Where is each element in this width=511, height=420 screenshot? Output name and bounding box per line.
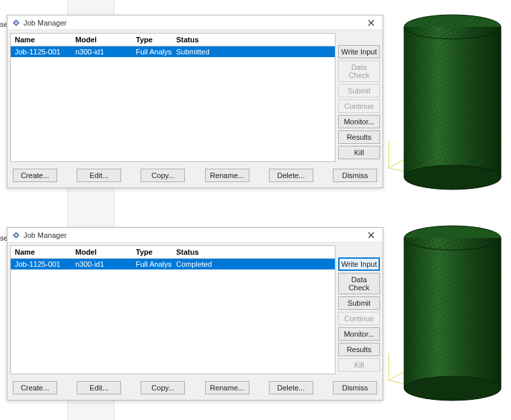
submit-button[interactable]: Submit <box>338 296 380 310</box>
dismiss-button[interactable]: Dismiss <box>333 381 377 394</box>
continue-button: Continue <box>338 312 380 325</box>
job-table[interactable]: Name Model Type Status Job-1125-001 n300… <box>10 33 336 162</box>
write-input-button[interactable]: Write Input <box>338 257 380 271</box>
bottom-button-bar: Create... Edit... Copy... Rename... Dele… <box>7 377 383 400</box>
window-title: Job Manager <box>24 231 67 239</box>
edit-button[interactable]: Edit... <box>77 169 121 182</box>
col-header-status[interactable]: Status <box>172 246 335 258</box>
copy-button[interactable]: Copy... <box>141 169 185 182</box>
job-manager-dialog-1: Job Manager Name Model Type Status Job-1… <box>7 15 383 188</box>
kill-button[interactable]: Kill <box>338 146 380 159</box>
cell-type: Full Analysis <box>132 259 172 269</box>
cell-status: Submitted <box>172 46 335 57</box>
dialog-body: Name Model Type Status Job-1125-001 n300… <box>7 243 383 377</box>
app-icon <box>11 18 21 28</box>
cell-model: n300-id1 <box>71 259 132 269</box>
bottom-button-bar: Create... Edit... Copy... Rename... Dele… <box>7 165 383 187</box>
continue-button: Continue <box>338 99 380 113</box>
data-check-button[interactable]: Data Check <box>338 273 380 294</box>
col-header-name[interactable]: Name <box>11 34 71 46</box>
cell-name: Job-1125-001 <box>11 259 71 269</box>
cell-name: Job-1125-001 <box>11 46 71 57</box>
close-button[interactable] <box>362 17 380 29</box>
monitor-button[interactable]: Monitor... <box>338 115 380 128</box>
cell-type: Full Analysis <box>132 46 172 57</box>
rename-button[interactable]: Rename... <box>205 381 249 394</box>
create-button[interactable]: Create... <box>13 169 57 182</box>
data-check-button: Data Check <box>338 60 380 82</box>
edit-button[interactable]: Edit... <box>77 381 121 394</box>
close-button[interactable] <box>362 229 380 241</box>
rename-button[interactable]: Rename... <box>205 169 249 182</box>
col-header-type[interactable]: Type <box>132 34 172 46</box>
col-header-type[interactable]: Type <box>132 246 172 258</box>
delete-button[interactable]: Delete... <box>269 381 313 394</box>
meshed-cylinder-2 <box>401 223 505 405</box>
create-button[interactable]: Create... <box>13 381 57 394</box>
results-button[interactable]: Results <box>338 343 380 356</box>
titlebar[interactable]: Job Manager <box>7 15 383 30</box>
table-header: Name Model Type Status <box>11 246 335 259</box>
col-header-model[interactable]: Model <box>71 246 132 258</box>
write-input-button[interactable]: Write Input <box>338 45 380 58</box>
monitor-button[interactable]: Monitor... <box>338 327 380 341</box>
meshed-cylinder-1 <box>401 12 505 194</box>
submit-button: Submit <box>338 84 380 97</box>
copy-button[interactable]: Copy... <box>141 381 185 394</box>
delete-button[interactable]: Delete... <box>269 169 313 182</box>
cell-model: n300-id1 <box>71 46 132 57</box>
svg-rect-5 <box>404 27 501 177</box>
window-title: Job Manager <box>24 19 67 27</box>
col-header-status[interactable]: Status <box>172 34 335 46</box>
job-manager-dialog-2: Job Manager Name Model Type Status Job-1… <box>7 227 383 401</box>
table-row[interactable]: Job-1125-001 n300-id1 Full Analysis Comp… <box>11 259 335 269</box>
cell-status: Completed <box>172 259 335 269</box>
side-button-panel: Write Input Data Check Submit Continue M… <box>338 245 380 374</box>
kill-button: Kill <box>338 358 380 372</box>
app-icon <box>11 230 21 240</box>
svg-rect-15 <box>404 238 501 388</box>
side-button-panel: Write Input Data Check Submit Continue M… <box>338 33 380 162</box>
results-button[interactable]: Results <box>338 130 380 144</box>
table-row[interactable]: Job-1125-001 n300-id1 Full Analysis Subm… <box>11 46 335 57</box>
table-header: Name Model Type Status <box>11 34 335 46</box>
job-table[interactable]: Name Model Type Status Job-1125-001 n300… <box>10 245 336 374</box>
dismiss-button[interactable]: Dismiss <box>333 169 377 182</box>
col-header-model[interactable]: Model <box>71 34 132 46</box>
dialog-body: Name Model Type Status Job-1125-001 n300… <box>7 30 383 165</box>
titlebar[interactable]: Job Manager <box>7 228 383 243</box>
col-header-name[interactable]: Name <box>11 246 71 258</box>
